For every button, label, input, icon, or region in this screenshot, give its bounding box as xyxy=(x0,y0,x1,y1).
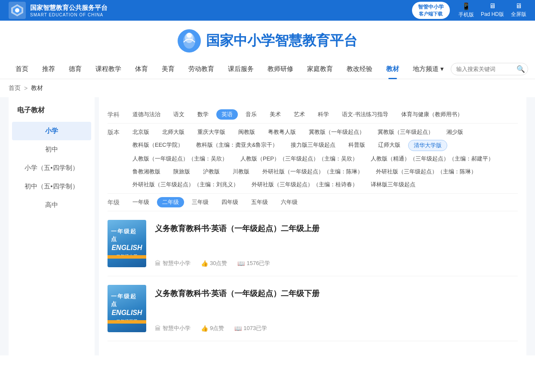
subject-tag-art[interactable]: 美术 xyxy=(264,109,286,120)
breadcrumb: 首页 > 教材 xyxy=(0,79,535,97)
book-item-1[interactable]: 一年级起点 ENGLISH 二年级下册 义务教育教科书·英语（一年级起点）二年级… xyxy=(108,285,518,341)
edition-tag-qinghua[interactable]: 清华大学版 xyxy=(408,140,447,151)
header-logo-icon xyxy=(178,29,201,52)
edition-tag-ren-jing[interactable]: 人教版（精通）（三年级起点）（主编：郝建平） xyxy=(366,154,499,164)
book-cover-0: 一年级起点 ENGLISH 二年级上册 xyxy=(108,220,146,267)
book-title-1[interactable]: 义务教育教科书·英语（一年级起点）二年级下册 xyxy=(155,288,518,299)
edition-tag-yilin[interactable]: 译林版三年级起点 xyxy=(366,179,421,190)
sidebar-item-high[interactable]: 高中 xyxy=(9,196,95,214)
svg-point-7 xyxy=(187,33,192,38)
subject-tag-calligraphy[interactable]: 语文·书法练习指导 xyxy=(337,109,394,120)
subject-tag-arts[interactable]: 艺术 xyxy=(289,109,310,120)
sidebar-item-middle[interactable]: 初中 xyxy=(9,140,95,159)
pc-link[interactable]: 🖥 全屏版 xyxy=(511,2,526,19)
nav-item-recommend[interactable]: 推荐 xyxy=(35,59,62,79)
edition-tag-ren1[interactable]: 人教版（一年级起点）（主编：吴欣） xyxy=(127,154,233,164)
edition-tag-yue[interactable]: 粤教粤人版 xyxy=(263,127,301,137)
edition-tag-wai3[interactable]: 外研社版（三年级起点）（主编：陈琳） xyxy=(371,167,482,177)
sidebar-item-middle-54[interactable]: 初中（五•四学制） xyxy=(9,177,95,196)
grade-tag-5[interactable]: 五年级 xyxy=(246,197,273,207)
edition-tag-gong[interactable]: 教科版（主编：龚亚夫&鲁宗干） xyxy=(191,140,283,151)
nav-item-sports[interactable]: 体育 xyxy=(128,59,155,79)
search-input[interactable] xyxy=(456,66,517,72)
subject-tag-science[interactable]: 科学 xyxy=(313,109,334,120)
subject-tag-pe[interactable]: 体育与健康（教师用书） xyxy=(396,109,468,120)
sidebar-item-primary-54[interactable]: 小学（五•四学制） xyxy=(9,159,95,177)
subject-tag-math[interactable]: 数学 xyxy=(192,109,214,120)
edition-tag-wai3-liu[interactable]: 外研社版（三年级起点）（主编：刘兆义） xyxy=(127,179,244,190)
cover-en-0: ENGLISH xyxy=(111,244,142,252)
nav-item-home[interactable]: 首页 xyxy=(9,59,35,79)
mobile-link[interactable]: 📱 手机版 xyxy=(458,2,474,19)
nav-item-teacher[interactable]: 教师研修 xyxy=(261,59,300,79)
edition-tag-lu[interactable]: 鲁教湘教版 xyxy=(127,167,166,177)
edition-tag-xiang[interactable]: 湘少版 xyxy=(441,127,468,137)
cover-en-1: ENGLISH xyxy=(111,309,142,317)
edition-tag-wai3-gui[interactable]: 外研社版（三年级起点）（主编：桂诗春） xyxy=(246,179,363,190)
subject-tag-moral[interactable]: 道德与法治 xyxy=(127,109,166,120)
subject-tag-chinese[interactable]: 语文 xyxy=(168,109,190,120)
edition-tag-jieli[interactable]: 接力版三年级起点 xyxy=(286,140,341,151)
subject-filter-label: 学科 xyxy=(108,109,123,119)
logo-icon xyxy=(9,2,26,19)
nav-item-labor[interactable]: 劳动教育 xyxy=(181,59,221,79)
edition-tag-ji3[interactable]: 冀教版（三年级起点） xyxy=(372,127,439,137)
grade-tag-6[interactable]: 六年级 xyxy=(276,197,303,207)
book-item-0[interactable]: 一年级起点 ENGLISH 二年级上册 义务教育教科书·英语（一年级起点）二年级… xyxy=(108,220,518,276)
grade-tag-1[interactable]: 一年级 xyxy=(127,197,154,207)
edition-tag-min[interactable]: 闽教版 xyxy=(233,127,260,137)
nav-item-local[interactable]: 地方频道 ▾ xyxy=(406,59,451,79)
login-button[interactable]: 登录 xyxy=(532,59,535,80)
edition-tag-pep[interactable]: 人教版（PEP）（三年级起点）（主编：吴欣） xyxy=(235,154,363,164)
nav-item-curriculum[interactable]: 课程教学 xyxy=(89,59,128,79)
grade-tag-3[interactable]: 三年级 xyxy=(187,197,214,207)
nav-item-moral[interactable]: 德育 xyxy=(62,59,89,79)
sidebar-item-primary[interactable]: 小学 xyxy=(12,122,91,140)
edition-tag-chongqing[interactable]: 重庆大学版 xyxy=(192,127,231,137)
edition-tag-chuan[interactable]: 川教版 xyxy=(228,167,255,177)
book-learners-1: 📖 1073已学 xyxy=(234,324,267,332)
edition-filter-label: 版本 xyxy=(108,127,123,136)
edition-tag-shan[interactable]: 陕旅版 xyxy=(168,167,195,177)
book-title-0[interactable]: 义务教育教科书·英语（一年级起点）二年级上册 xyxy=(155,223,518,234)
edition-tag-ji1[interactable]: 冀教版（一年级起点） xyxy=(304,127,370,137)
header: 国家中小学智慧教育平台 xyxy=(0,21,535,59)
breadcrumb-current: 教材 xyxy=(31,84,43,92)
search-icon[interactable]: 🔍 xyxy=(517,65,525,73)
grade-tag-4[interactable]: 四年级 xyxy=(216,197,243,207)
device-links: 📱 手机版 🖥 Pad HD版 🖥 全屏版 xyxy=(458,2,526,19)
learner-icon-1: 📖 xyxy=(234,325,242,332)
top-bar: 国家智慧教育公共服务平台 SMART EDUCATION OF CHINA 智管… xyxy=(0,0,535,21)
edition-tag-beijing[interactable]: 北京版 xyxy=(127,127,154,137)
sidebar-title: 电子教材 xyxy=(9,106,95,122)
main-content: 电子教材 小学 初中 小学（五•四学制） 初中（五•四学制） 高中 学科 道德与… xyxy=(0,97,535,355)
pad-link[interactable]: 🖥 Pad HD版 xyxy=(481,2,504,19)
edition-tag-hu[interactable]: 沪教版 xyxy=(198,167,225,177)
book-publisher-1: 🏛 智慧中小学 xyxy=(155,324,191,332)
grade-tag-2[interactable]: 二年级 xyxy=(157,197,184,207)
nav-item-arts[interactable]: 美育 xyxy=(155,59,181,79)
nav-item-textbook[interactable]: 教材 xyxy=(379,59,406,79)
book-list: 一年级起点 ENGLISH 二年级上册 义务教育教科书·英语（一年级起点）二年级… xyxy=(108,220,518,341)
book-meta-1: 🏛 智慧中小学 👍 9点赞 📖 1073已学 xyxy=(155,324,518,332)
subject-tag-english[interactable]: 英语 xyxy=(216,109,238,120)
nav-item-family[interactable]: 家庭教育 xyxy=(300,59,340,79)
grade-filter-tags: 一年级 二年级 三年级 四年级 五年级 六年级 xyxy=(127,197,518,207)
nav-item-reform[interactable]: 教改经验 xyxy=(340,59,379,79)
edition-tag-kepu[interactable]: 科普版 xyxy=(343,140,370,151)
download-button[interactable]: 智管中小学 客户端下载 xyxy=(412,2,450,19)
book-info-0: 义务教育教科书·英语（一年级起点）二年级上册 🏛 智慧中小学 👍 30点赞 📖 xyxy=(155,220,518,267)
book-publisher-0: 🏛 智慧中小学 xyxy=(155,259,191,267)
subject-tag-music[interactable]: 音乐 xyxy=(240,109,262,120)
pc-icon: 🖥 xyxy=(515,2,522,10)
nav-items: 首页 推荐 德育 课程教学 体育 美育 劳动教育 课后服务 教师研修 家庭教育 … xyxy=(9,59,451,79)
edition-tag-beishida[interactable]: 北师大版 xyxy=(157,127,190,137)
search-box[interactable]: 🔍 xyxy=(451,63,528,75)
book-info-1: 义务教育教科书·英语（一年级起点）二年级下册 🏛 智慧中小学 👍 9点赞 📖 xyxy=(155,285,518,332)
breadcrumb-home[interactable]: 首页 xyxy=(9,84,21,92)
edition-tag-wai1[interactable]: 外研社版（一年级起点）（主编：陈琳） xyxy=(257,167,368,177)
nav-item-afterschool[interactable]: 课后服务 xyxy=(221,59,261,79)
edition-tag-eec[interactable]: 教科版（EEC学院） xyxy=(127,140,188,151)
edition-tag-liao[interactable]: 辽师大版 xyxy=(373,140,406,151)
subject-filter-tags: 道德与法治 语文 数学 英语 音乐 美术 艺术 科学 语文·书法练习指导 体育与… xyxy=(127,109,518,120)
